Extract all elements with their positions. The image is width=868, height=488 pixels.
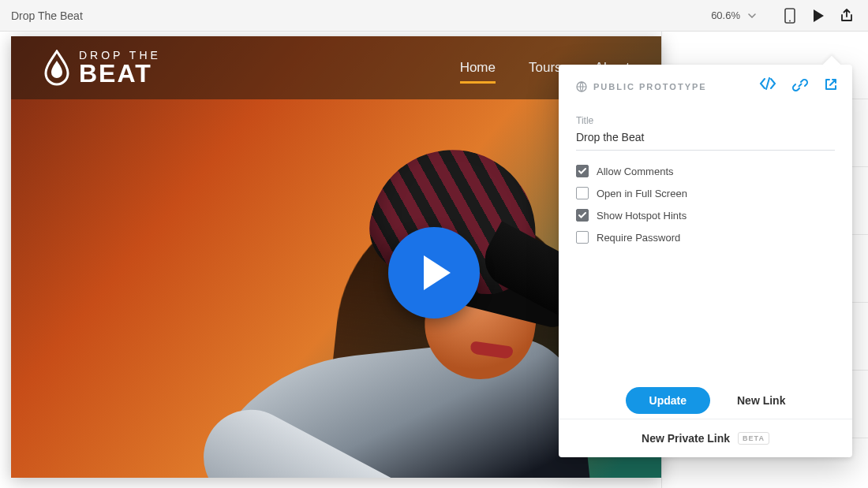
canvas: DROP THE BEAT Home Tours About [0,32,868,488]
option-hotspot-hints[interactable]: Show Hotspot Hints [576,209,835,222]
option-allow-comments[interactable]: Allow Comments [576,165,835,177]
new-link-button[interactable]: New Link [737,394,785,407]
checkbox-icon [576,187,589,199]
share-type-label: PUBLIC PROTOTYPE [593,82,707,91]
embed-code-icon[interactable] [759,77,776,96]
option-label: Open in Full Screen [597,188,687,199]
checkbox-icon [576,165,589,177]
option-label: Require Password [597,232,680,244]
share-icon[interactable] [836,6,857,26]
site-logo[interactable]: DROP THE BEAT [43,50,161,86]
globe-icon [576,81,587,92]
option-label: Allow Comments [597,166,674,177]
document-title: Drop The Beat [11,9,83,22]
checkbox-icon [576,209,589,222]
topbar: Drop The Beat 60.6% [0,0,868,32]
play-icon[interactable] [808,6,829,26]
device-preview-icon[interactable] [780,6,800,26]
update-button[interactable]: Update [626,387,710,414]
brand-bottom-text: BEAT [79,61,161,86]
zoom-level[interactable]: 60.6% [711,9,740,21]
new-private-link-button[interactable]: New Private Link [642,432,730,445]
open-external-icon[interactable] [824,77,838,96]
chevron-down-icon[interactable] [746,10,758,21]
drop-icon [43,50,71,86]
nav-tours[interactable]: Tours [529,55,562,80]
copy-link-icon[interactable] [792,77,808,96]
option-fullscreen[interactable]: Open in Full Screen [576,187,835,199]
play-triangle-icon [424,255,451,290]
video-play-button[interactable] [388,227,480,319]
title-input[interactable] [576,126,835,151]
share-popover: PUBLIC PROTOTYPE Title Allow C [559,65,852,457]
checkbox-icon [576,231,589,244]
title-field-label: Title [576,115,835,126]
option-label: Show Hotspot Hints [597,210,687,222]
nav-home[interactable]: Home [460,55,496,80]
beta-badge: BETA [738,432,769,445]
svg-point-1 [789,20,791,21]
option-require-password[interactable]: Require Password [576,231,835,244]
